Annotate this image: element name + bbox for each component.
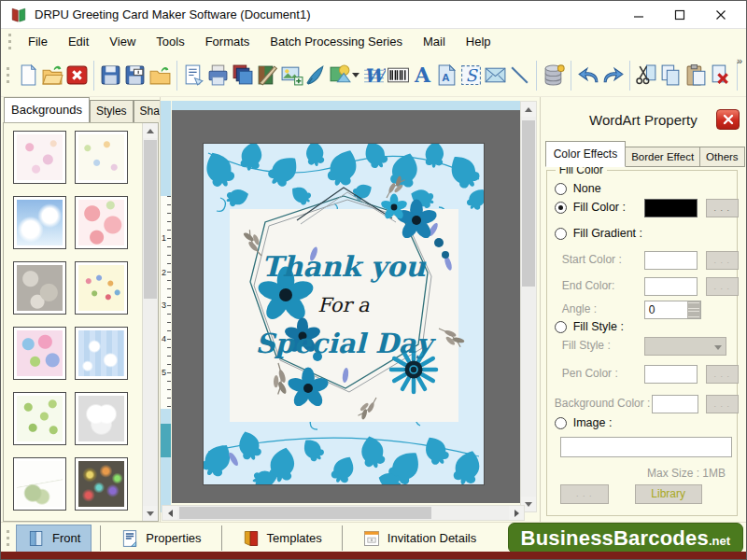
backgrounds-scrollbar[interactable]	[142, 123, 158, 521]
thumbnail-fireworks-dark[interactable]	[75, 457, 128, 511]
menu-view[interactable]: View	[99, 31, 146, 52]
redo-icon[interactable]	[600, 63, 625, 89]
menu-batch-processing-series[interactable]: Batch Processing Series	[260, 31, 413, 52]
background-color-browse-button[interactable]: . . .	[706, 395, 739, 413]
minimize-button[interactable]	[632, 9, 645, 21]
thumbnail-confetti-hearts[interactable]	[75, 261, 128, 315]
line-tool-icon[interactable]	[507, 63, 531, 89]
mail-envelope-icon[interactable]	[483, 63, 507, 89]
canvas-workspace[interactable]: Thank you For a Special Day	[172, 110, 521, 503]
thumbnail-flower-heart-white[interactable]	[75, 392, 128, 445]
copy-icon[interactable]	[659, 63, 684, 89]
scroll-up-icon[interactable]	[521, 102, 536, 117]
toolbar-overflow-icon[interactable]: »	[737, 55, 741, 66]
print-icon[interactable]	[206, 63, 231, 89]
greeting-card[interactable]: Thank you For a Special Day	[204, 144, 484, 484]
tab-backgrounds[interactable]: Backgrounds	[4, 97, 90, 122]
menu-help[interactable]: Help	[456, 31, 501, 52]
scroll-down-icon[interactable]	[143, 506, 158, 521]
panel-close-icon[interactable]	[716, 109, 740, 130]
scroll-up-icon[interactable]	[143, 123, 158, 138]
barcode-icon[interactable]	[386, 63, 410, 89]
scroll-left-icon[interactable]	[162, 506, 177, 520]
undo-icon[interactable]	[576, 63, 600, 89]
tab-styles[interactable]: Styles	[90, 100, 134, 122]
wordart-selection-icon[interactable]: S	[458, 63, 483, 89]
thumbnail-floral-kaleidoscope[interactable]	[13, 327, 66, 380]
menu-tools[interactable]: Tools	[146, 31, 194, 52]
canvas-horizontal-scrollbar[interactable]	[162, 505, 525, 521]
none-radio[interactable]	[555, 183, 567, 195]
delete-object-icon[interactable]	[708, 63, 732, 89]
scroll-right-icon[interactable]	[509, 506, 524, 520]
tab-front[interactable]: Front	[16, 525, 92, 553]
card-layers-icon[interactable]	[231, 63, 255, 89]
thumbnail-gray-leaves[interactable]	[13, 261, 66, 315]
maximize-button[interactable]	[673, 9, 686, 21]
thumbnail-snowflakes-blue[interactable]	[75, 327, 128, 380]
text-document-icon[interactable]: A	[434, 63, 458, 89]
card-text-line3[interactable]: Special Day	[255, 328, 436, 359]
thumbnail-pine-trees-green[interactable]	[13, 392, 66, 445]
tab-properties[interactable]: Properties	[109, 525, 212, 553]
save-icon[interactable]	[99, 63, 123, 89]
thumbnail-floral-doodles-pink[interactable]	[13, 131, 66, 184]
save-as-icon[interactable]	[123, 63, 148, 89]
end-color-browse-button[interactable]: . . .	[706, 277, 739, 296]
canvas-vertical-scrollbar[interactable]	[520, 101, 537, 512]
menu-mail[interactable]: Mail	[413, 31, 456, 52]
library-button[interactable]: Library	[635, 484, 702, 504]
spin-up-icon[interactable]	[687, 301, 700, 310]
angle-spinner[interactable]	[687, 301, 700, 318]
print-preview-icon[interactable]	[182, 63, 206, 89]
background-color-input[interactable]	[652, 395, 698, 413]
spin-down-icon[interactable]	[687, 310, 700, 318]
menu-formats[interactable]: Formats	[195, 31, 261, 52]
scrollbar-thumb[interactable]	[522, 120, 535, 287]
close-document-icon[interactable]	[64, 63, 89, 89]
text-tool-icon[interactable]: A	[410, 63, 434, 89]
fill-color-browse-button[interactable]: . . .	[706, 199, 739, 217]
tab-border-effect[interactable]: Border Effect	[626, 147, 700, 167]
fill-color-radio[interactable]	[555, 202, 567, 214]
export-file-icon[interactable]	[148, 63, 172, 89]
cut-icon[interactable]	[635, 63, 659, 89]
fill-gradient-radio[interactable]	[555, 228, 567, 240]
scrollbar-thumb[interactable]	[144, 140, 157, 299]
card-text-line2[interactable]: For a	[317, 294, 370, 316]
image-browse-button[interactable]: . . .	[560, 484, 609, 504]
thumbnail-sky-clouds[interactable]	[13, 196, 66, 249]
thumbnail-leaf-hearts-green[interactable]	[13, 457, 66, 511]
fill-style-radio[interactable]	[555, 321, 567, 333]
pen-tool-icon[interactable]	[303, 63, 328, 89]
pen-color-input[interactable]	[644, 365, 698, 384]
tab-others[interactable]: Others	[700, 147, 745, 167]
shape-tool-icon[interactable]	[328, 63, 352, 89]
image-path-input[interactable]	[560, 437, 732, 457]
end-color-input[interactable]	[644, 277, 698, 296]
insert-image-icon[interactable]	[279, 63, 303, 89]
close-button[interactable]	[714, 9, 727, 21]
new-document-icon[interactable]	[16, 63, 40, 89]
thumbnail-strawberries[interactable]	[75, 196, 128, 249]
tab-templates[interactable]: Templates	[231, 525, 333, 553]
start-color-input[interactable]	[644, 251, 698, 270]
tab-invitation-details[interactable]: Invitation Details	[351, 525, 487, 553]
pen-color-browse-button[interactable]: . . .	[706, 365, 739, 384]
image-radio[interactable]	[555, 417, 567, 429]
paste-icon[interactable]	[684, 63, 708, 89]
menu-file[interactable]: File	[18, 31, 58, 52]
fill-style-select[interactable]	[644, 337, 726, 356]
shape-tool-dropdown-caret[interactable]	[352, 73, 359, 77]
open-document-icon[interactable]	[40, 63, 64, 89]
database-icon[interactable]	[542, 63, 566, 89]
image-editor-icon[interactable]	[255, 63, 279, 89]
thumbnail-baby-pastel[interactable]	[75, 131, 128, 184]
start-color-browse-button[interactable]: . . .	[706, 251, 739, 270]
menu-edit[interactable]: Edit	[58, 31, 99, 52]
fill-color-swatch[interactable]	[644, 199, 698, 217]
card-text-line1[interactable]: Thank you	[261, 250, 427, 283]
word-art-icon[interactable]: W	[361, 63, 386, 89]
tab-color-effects[interactable]: Color Effects	[545, 141, 626, 167]
scrollbar-thumb[interactable]	[179, 507, 431, 519]
